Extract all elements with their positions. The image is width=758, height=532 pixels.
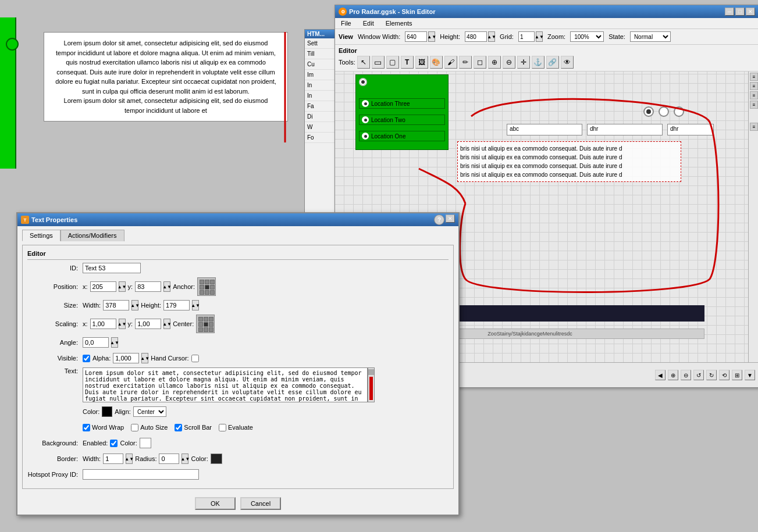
nav-flip[interactable]: ⟲ xyxy=(719,370,729,380)
c-tl[interactable] xyxy=(198,317,203,322)
tool-rounded-rect[interactable]: ▢ xyxy=(386,56,399,69)
scale-y-input[interactable] xyxy=(135,319,161,329)
tab-actions[interactable]: Actions/Modifiers xyxy=(61,230,124,241)
state-select[interactable]: Normal Hover Pressed Disabled xyxy=(630,31,671,42)
cancel-button[interactable]: Cancel xyxy=(240,497,281,510)
ok-button[interactable]: OK xyxy=(195,497,236,510)
auto-size-checkbox[interactable] xyxy=(131,424,138,431)
a-bl[interactable] xyxy=(200,290,204,295)
maximize-button[interactable]: □ xyxy=(735,8,745,16)
c-bc[interactable] xyxy=(204,327,208,332)
menu-elements[interactable]: Elements xyxy=(383,19,415,27)
close-button[interactable]: ✕ xyxy=(746,8,755,16)
c-br[interactable] xyxy=(209,327,213,332)
hotspot-input[interactable] xyxy=(83,469,199,480)
html-panel-item-fo[interactable]: Fo xyxy=(305,133,339,143)
a-mr[interactable] xyxy=(210,285,215,290)
a-ml[interactable] xyxy=(200,285,204,290)
html-panel-item-sett[interactable]: Sett xyxy=(305,38,339,49)
canvas-input-dhr[interactable]: dhr xyxy=(587,124,663,135)
a-br[interactable] xyxy=(210,290,215,295)
angle-input[interactable] xyxy=(83,337,109,348)
nav-rotate-right[interactable]: ↻ xyxy=(706,370,717,380)
tool-link[interactable]: 🔗 xyxy=(546,56,559,69)
height-input[interactable] xyxy=(163,300,190,310)
scroll-bar-label-cb[interactable]: Scroll Bar xyxy=(175,424,212,431)
nav-zoom-out[interactable]: ⊖ xyxy=(681,370,691,380)
html-panel-item-cu[interactable]: Cu xyxy=(305,59,339,70)
pos-x-spin[interactable]: ▲▼ xyxy=(119,281,126,292)
tool-anchor[interactable]: ⚓ xyxy=(532,56,545,69)
canvas-radio-1[interactable] xyxy=(643,106,654,117)
html-panel-item-im[interactable]: Im xyxy=(305,70,339,80)
nav-zoom-in[interactable]: ⊕ xyxy=(668,370,678,380)
html-panel-item-di[interactable]: Di xyxy=(305,112,339,122)
bg-color-box[interactable] xyxy=(140,438,151,448)
canvas-input-abc[interactable]: abc xyxy=(507,124,582,135)
zoom-select[interactable]: 100% 50% 150% 200% xyxy=(570,31,604,42)
c-ml[interactable] xyxy=(198,322,203,327)
a-tr[interactable] xyxy=(210,280,215,284)
location-three-btn[interactable]: Location Three xyxy=(359,98,445,109)
canvas-radio-3[interactable] xyxy=(674,106,684,117)
html-panel-item-in2[interactable]: In xyxy=(305,91,339,101)
tool-image[interactable]: 🖼 xyxy=(415,56,428,69)
width-input[interactable] xyxy=(103,300,129,310)
tool-color[interactable]: 🎨 xyxy=(430,56,443,69)
html-panel-item-in1[interactable]: In xyxy=(305,80,339,91)
tool-eraser[interactable]: ◻ xyxy=(474,56,486,69)
border-radius-spin[interactable]: ▲▼ xyxy=(182,454,188,464)
evaluate-label-cb[interactable]: Evaluate xyxy=(219,424,253,431)
strip-btn-2[interactable]: ≡ xyxy=(750,82,758,90)
pos-y-input[interactable] xyxy=(135,281,161,292)
a-mc[interactable] xyxy=(205,285,209,290)
tool-arrow[interactable]: ↖ xyxy=(357,56,370,69)
html-panel-item-fa[interactable]: Fa xyxy=(305,101,339,112)
window-width-input[interactable] xyxy=(405,31,427,42)
height-spin[interactable]: ▲▼ xyxy=(488,31,495,42)
tool-pencil[interactable]: ✏ xyxy=(459,56,472,69)
word-wrap-label[interactable]: Word Wrap xyxy=(83,424,124,431)
scale-y-spin[interactable]: ▲▼ xyxy=(163,319,170,329)
scale-x-spin[interactable]: ▲▼ xyxy=(119,319,126,329)
radio-btn-1[interactable] xyxy=(359,78,367,86)
height-spin[interactable]: ▲▼ xyxy=(192,300,199,310)
tab-settings[interactable]: Settings xyxy=(22,230,61,241)
border-width-input[interactable] xyxy=(103,454,123,464)
pos-x-input[interactable] xyxy=(90,281,116,292)
location-two-btn[interactable]: Location Two xyxy=(359,115,445,125)
html-panel-item-till[interactable]: Till xyxy=(305,49,339,59)
tool-eye[interactable]: 👁 xyxy=(561,56,574,69)
canvas-input-dhr2[interactable]: dhr xyxy=(667,124,714,135)
align-select[interactable]: Center Left Right xyxy=(133,406,166,417)
html-panel-item-w[interactable]: W xyxy=(305,122,339,133)
menu-file[interactable]: File xyxy=(339,19,354,27)
pos-y-spin[interactable]: ▲▼ xyxy=(163,281,170,292)
window-width-spin[interactable]: ▲▼ xyxy=(428,31,435,42)
nav-rotate-left[interactable]: ↺ xyxy=(693,370,704,380)
width-spin[interactable]: ▲▼ xyxy=(131,300,138,310)
minimize-button[interactable]: ─ xyxy=(725,8,734,16)
nav-down[interactable]: ▼ xyxy=(745,370,755,380)
anchor-grid-center[interactable] xyxy=(196,315,215,333)
menu-edit[interactable]: Edit xyxy=(361,19,376,27)
border-width-spin[interactable]: ▲▼ xyxy=(126,454,133,464)
bg-enabled-checkbox[interactable] xyxy=(110,440,118,447)
angle-spin[interactable]: ▲▼ xyxy=(111,337,118,348)
help-button[interactable]: ? xyxy=(434,215,444,225)
c-mr[interactable] xyxy=(209,322,213,327)
canvas-radio-2[interactable] xyxy=(659,106,669,117)
dialog-close-button[interactable]: ✕ xyxy=(446,215,455,223)
strip-btn-3[interactable]: ≡ xyxy=(750,91,758,99)
nav-left[interactable]: ◀ xyxy=(655,370,666,380)
a-tc[interactable] xyxy=(205,280,209,284)
hand-cursor-checkbox[interactable] xyxy=(191,355,199,362)
c-mc[interactable] xyxy=(204,322,208,327)
c-tc[interactable] xyxy=(204,317,208,322)
id-input[interactable] xyxy=(83,263,141,273)
auto-size-label[interactable]: Auto Size xyxy=(131,424,168,431)
height-input[interactable] xyxy=(465,31,487,42)
grid-spin[interactable]: ▲▼ xyxy=(536,31,543,42)
tool-zoom-out[interactable]: ⊖ xyxy=(503,56,515,69)
strip-btn-1[interactable]: ≡ xyxy=(750,73,758,81)
